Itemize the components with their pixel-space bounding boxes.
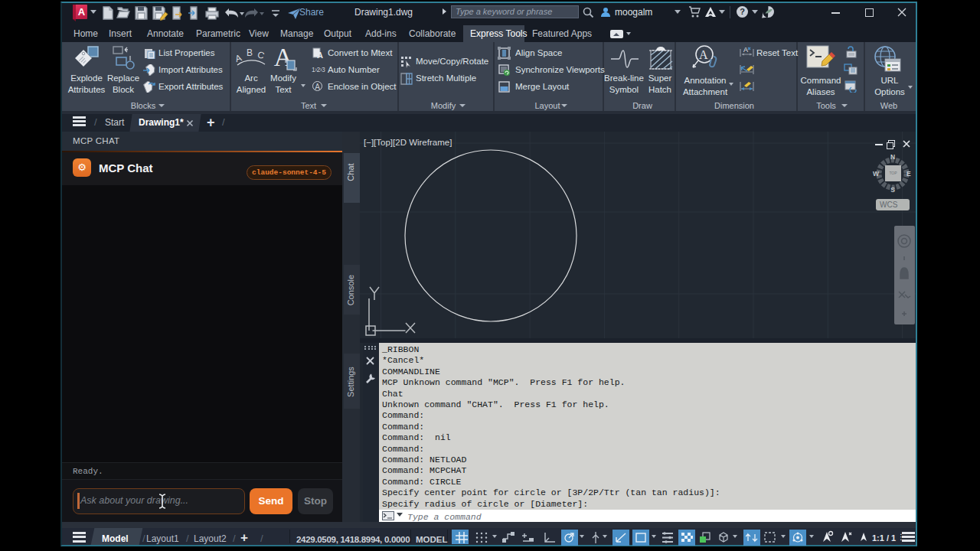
svg-text:A: A: [317, 51, 323, 59]
svg-text:A: A: [699, 48, 708, 61]
svg-text:B: B: [247, 49, 253, 58]
svg-text:C: C: [256, 49, 266, 61]
svg-text:A: A: [743, 46, 748, 54]
